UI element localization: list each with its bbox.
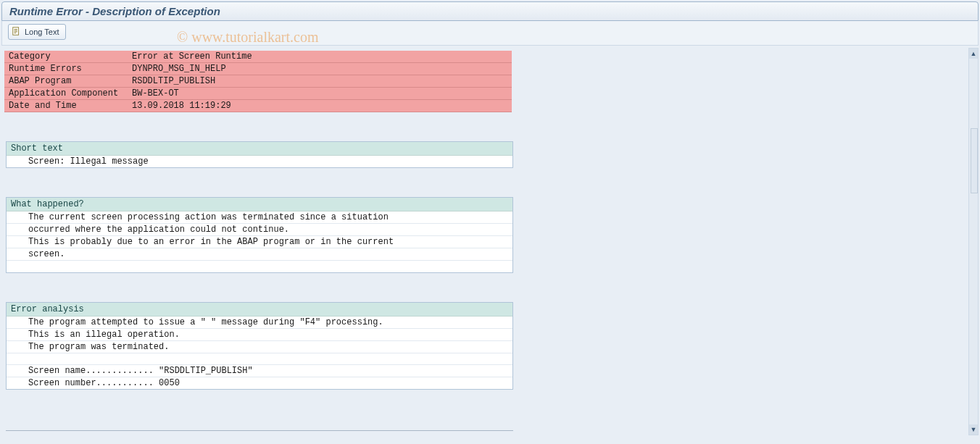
header-label: Category: [4, 51, 128, 63]
header-row-date-time: Date and Time 13.09.2018 11:19:29: [4, 100, 512, 112]
error-analysis-line: [7, 353, 512, 365]
header-row-runtime-errors: Runtime Errors DYNPRO_MSG_IN_HELP: [4, 63, 512, 75]
error-analysis-line: The program was terminated.: [7, 341, 512, 353]
what-happened-line: screen.: [7, 248, 512, 261]
header-value: 13.09.2018 11:19:29: [128, 100, 512, 112]
error-header-table: Category Error at Screen Runtime Runtime…: [4, 51, 512, 112]
error-analysis-line: This is an illegal operation.: [7, 329, 512, 341]
what-happened-title: What happened?: [7, 198, 512, 211]
svg-rect-0: [13, 28, 19, 35]
what-happened-line: [7, 261, 512, 272]
scroll-up-icon[interactable]: ▲: [969, 49, 978, 59]
toolbar: Long Text: [1, 21, 979, 46]
error-analysis-line: The program attempted to issue a " " mes…: [7, 317, 512, 329]
scroll-down-icon[interactable]: ▼: [969, 424, 978, 435]
header-label: Runtime Errors: [4, 63, 128, 75]
long-text-button[interactable]: Long Text: [8, 24, 66, 40]
bottom-divider: [6, 430, 513, 431]
error-analysis-body: The program attempted to issue a " " mes…: [7, 317, 512, 389]
what-happened-section: What happened? The current screen proces…: [6, 197, 513, 273]
content-area: Category Error at Screen Runtime Runtime…: [1, 48, 967, 435]
what-happened-line: The current screen processing action was…: [7, 211, 512, 224]
header-value: DYNPRO_MSG_IN_HELP: [128, 63, 512, 75]
page-title: Runtime Error - Description of Exception: [9, 5, 220, 17]
error-analysis-line: Screen number........... 0050: [7, 377, 512, 389]
titlebar: Runtime Error - Description of Exception: [1, 1, 979, 21]
short-text-section: Short text Screen: Illegal message: [6, 141, 513, 168]
header-row-abap-program: ABAP Program RSDDLTIP_PUBLISH: [4, 75, 512, 88]
header-value: BW-BEX-OT: [128, 88, 512, 100]
header-value: RSDDLTIP_PUBLISH: [128, 75, 512, 88]
error-analysis-section: Error analysis The program attempted to …: [6, 302, 513, 390]
header-label: Date and Time: [4, 100, 128, 112]
header-label: Application Component: [4, 88, 128, 100]
what-happened-body: The current screen processing action was…: [7, 211, 512, 272]
header-label: ABAP Program: [4, 75, 128, 88]
long-text-icon: [12, 26, 25, 38]
short-text-body: Screen: Illegal message: [7, 156, 512, 167]
header-value: Error at Screen Runtime: [128, 51, 512, 63]
short-text-title: Short text: [7, 142, 512, 156]
what-happened-line: occurred where the application could not…: [7, 224, 512, 236]
short-text-line: Screen: Illegal message: [7, 156, 512, 167]
vertical-scrollbar[interactable]: ▲ ▼: [968, 48, 979, 435]
what-happened-line: This is probably due to an error in the …: [7, 236, 512, 248]
error-analysis-title: Error analysis: [7, 303, 512, 317]
header-row-category: Category Error at Screen Runtime: [4, 51, 512, 63]
scrollbar-thumb[interactable]: [971, 128, 978, 193]
error-analysis-line: Screen name............. "RSDDLTIP_PUBLI…: [7, 365, 512, 377]
header-row-application-component: Application Component BW-BEX-OT: [4, 88, 512, 100]
long-text-button-label: Long Text: [25, 28, 59, 36]
